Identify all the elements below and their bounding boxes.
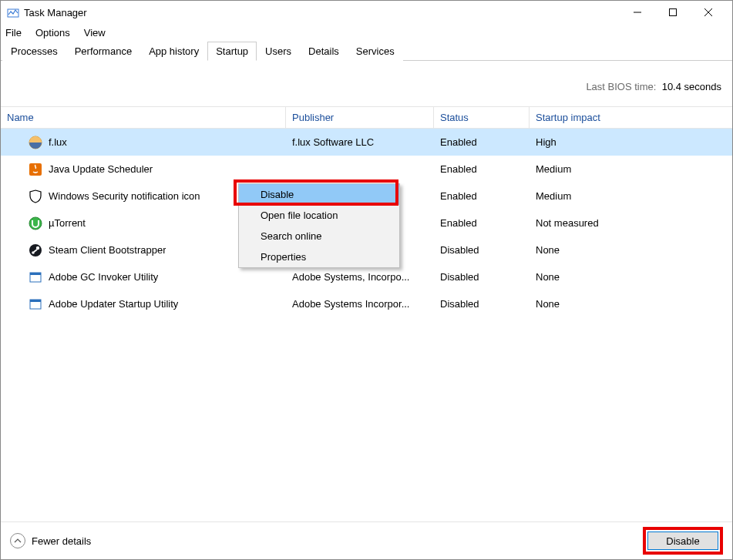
row-status: Enabled (440, 136, 477, 148)
row-status: Disabled (440, 244, 479, 256)
chevron-up-icon (10, 533, 25, 548)
context-item-search-online[interactable]: Search online (239, 226, 399, 246)
shield-icon (29, 189, 42, 203)
tab-users[interactable]: Users (257, 42, 300, 61)
task-manager-icon (7, 6, 19, 18)
row-publisher: Adobe Systems Incorpor... (292, 298, 409, 310)
menu-view[interactable]: View (84, 27, 106, 39)
tab-performance[interactable]: Performance (66, 42, 140, 61)
table-header: Name Publisher Status Startup impact (1, 107, 732, 129)
column-publisher[interactable]: Publisher (286, 107, 434, 128)
row-status: Enabled (440, 190, 477, 202)
row-name: f.lux (49, 136, 67, 148)
row-status: Enabled (440, 217, 477, 229)
column-impact[interactable]: Startup impact (530, 107, 653, 128)
column-status[interactable]: Status (434, 107, 530, 128)
table-row[interactable]: f.luxf.lux Software LLCEnabledHigh (1, 129, 732, 156)
row-publisher: f.lux Software LLC (292, 136, 374, 148)
steam-icon (29, 243, 42, 257)
menu-file[interactable]: File (5, 27, 22, 39)
bios-time-label: Last BIOS time: (586, 81, 656, 92)
row-status: Disabled (440, 298, 479, 310)
row-impact: None (536, 244, 560, 256)
row-impact: Medium (536, 190, 571, 202)
tab-startup[interactable]: Startup (207, 42, 257, 61)
flux-icon (29, 136, 42, 149)
java-icon (29, 163, 42, 176)
utorrent-icon (29, 216, 42, 230)
tabbar: Processes Performance App history Startu… (1, 41, 732, 61)
menubar: File Options View (1, 24, 732, 41)
maximize-button[interactable] (655, 1, 691, 24)
table-row[interactable]: Adobe Updater Startup UtilityAdobe Syste… (1, 290, 732, 317)
highlight-box: Disable (643, 527, 723, 555)
svg-rect-16 (30, 300, 41, 302)
minimize-button[interactable] (620, 1, 655, 24)
row-impact: Medium (536, 163, 571, 175)
close-button[interactable] (691, 1, 726, 24)
tab-app-history[interactable]: App history (140, 42, 207, 61)
context-item-open-file-location[interactable]: Open file location (239, 205, 399, 226)
tab-details[interactable]: Details (300, 42, 348, 61)
bios-time-value: 10.4 seconds (662, 81, 721, 92)
titlebar: Task Manager (1, 1, 732, 24)
context-item-properties[interactable]: Properties (239, 246, 399, 267)
tab-services[interactable]: Services (348, 42, 403, 61)
window-title: Task Manager (24, 7, 620, 18)
bios-time-row: Last BIOS time: 10.4 seconds (1, 61, 732, 106)
row-impact: None (536, 298, 560, 310)
menu-options[interactable]: Options (35, 27, 70, 39)
task-manager-window: Task Manager File Options View Processes… (0, 0, 733, 560)
fewer-details-toggle[interactable]: Fewer details (10, 533, 643, 548)
tab-processes[interactable]: Processes (2, 42, 66, 61)
row-name: Adobe Updater Startup Utility (49, 298, 178, 310)
row-publisher: Adobe Systems, Incorpo... (292, 271, 409, 283)
table-row[interactable]: Java Update SchedulerEnabledMedium (1, 156, 732, 183)
context-menu: Disable Open file location Search online… (238, 183, 400, 268)
row-status: Disabled (440, 271, 479, 283)
row-impact: Not measured (536, 217, 599, 229)
row-impact: High (536, 136, 556, 148)
svg-rect-14 (30, 273, 41, 275)
fewer-details-label: Fewer details (32, 535, 91, 547)
footer: Fewer details Disable (1, 522, 732, 559)
row-name: Windows Security notification icon (49, 190, 200, 202)
row-name: Java Update Scheduler (49, 163, 153, 175)
row-name: µTorrent (49, 217, 86, 229)
column-name[interactable]: Name (1, 107, 286, 128)
disable-button[interactable]: Disable (647, 531, 718, 550)
row-name: Steam Client Bootstrapper (49, 244, 166, 256)
svg-rect-2 (670, 9, 677, 16)
window-icon (29, 270, 42, 284)
window-icon (29, 297, 42, 311)
context-item-disable[interactable]: Disable (239, 184, 399, 205)
startup-table: ⌄ Name Publisher Status Startup impact f… (1, 106, 732, 522)
window-controls (620, 1, 726, 24)
row-name: Adobe GC Invoker Utility (49, 271, 158, 283)
row-impact: None (536, 271, 560, 283)
row-status: Enabled (440, 163, 477, 175)
